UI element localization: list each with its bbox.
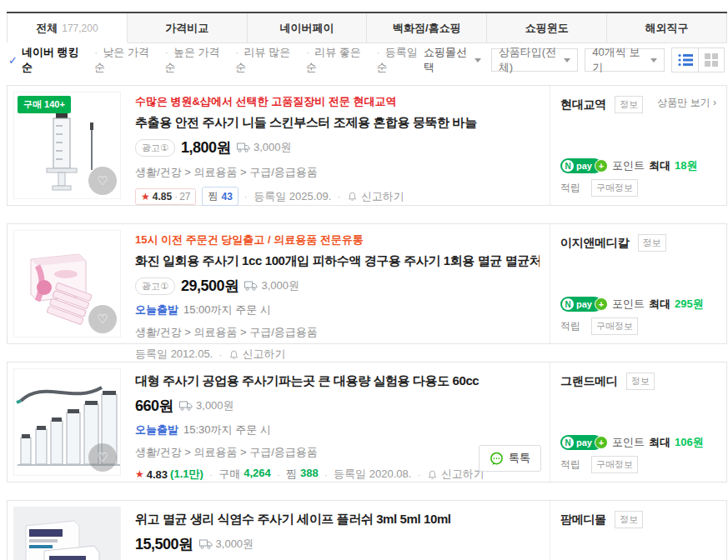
bell-icon [427, 469, 438, 480]
per-page-select[interactable]: 40개씩 보기 [585, 48, 665, 72]
npay-plus-icon: + [595, 436, 608, 449]
seller-name[interactable]: 이지앤메디칼 [560, 236, 629, 249]
npay-plus-icon: + [595, 298, 608, 311]
chevron-down-icon [474, 58, 481, 62]
wish-count: 찜 388 [286, 467, 319, 482]
grid-view-button[interactable] [698, 48, 724, 72]
wish-badge[interactable]: 찜 43 [202, 187, 238, 206]
truck-icon [199, 539, 213, 549]
benefit-block: N pay + 포인트 최대 18원 적립 구매정보 [560, 158, 716, 197]
tab-label: 해외직구 [645, 21, 689, 36]
price-row: 15,500원 3,000원 [135, 534, 540, 554]
save-row: 적립 구매정보 [560, 318, 716, 335]
product-image-4[interactable]: ♡ [13, 507, 121, 560]
heart-icon: ♡ [97, 312, 108, 327]
star-icon: ★ [141, 191, 150, 202]
registration-date: 등록일 2025.09. [254, 189, 331, 204]
reg-date-value: 2020.08. [369, 468, 412, 480]
category-tabbar: 전체 177,200 가격비교 네이버페이 백화점/홈쇼핑 쇼핑윈도 해외직구 [7, 12, 727, 43]
seller-name[interactable]: 현대교역 [560, 98, 606, 111]
npay-n: N [562, 160, 574, 172]
tab-naver-pay[interactable]: 네이버페이 [248, 13, 368, 43]
sort-naver-ranking[interactable]: 네이버 랭킹순 [22, 45, 83, 75]
product-title[interactable]: 대형 주사기 공업용 주사기파는곳 큰 대용량 실험용 다용도 60cc [135, 373, 540, 389]
price: 660원 [135, 396, 173, 416]
tab-department-store[interactable]: 백화점/홈쇼핑 [367, 13, 487, 43]
tab-label: 네이버페이 [280, 21, 334, 36]
talk-button[interactable]: 톡톡 [479, 445, 541, 472]
product-title[interactable]: 위고 멸균 생리 식염수 주사기 세이프 플러쉬 3ml 5ml 10ml [135, 512, 540, 528]
sort-options: ✓ 네이버 랭킹순 낮은 가격순 높은 가격순 리뷰 많은순 리뷰 좋은순 등록… [8, 45, 424, 75]
product-type-select[interactable]: 상품타입(전체) [491, 48, 579, 72]
wishlist-button[interactable]: ♡ [88, 167, 117, 195]
report-link[interactable]: 신고하기 [427, 467, 484, 482]
benefit-block: N pay + 포인트 최대 106원 적립 구매정보 [560, 435, 716, 473]
save-row: 적립 구매정보 [560, 456, 716, 473]
products-only-link[interactable]: 상품만 보기 › [657, 96, 716, 110]
seller-info-button[interactable]: 정보 [615, 96, 643, 113]
purchase-info-button[interactable]: 구매정보 [591, 318, 638, 335]
separator [244, 190, 248, 202]
sort-review-count[interactable]: 리뷰 많은순 [235, 45, 295, 75]
purchase-count: 구매 4,264 [218, 467, 271, 482]
shipping-fee-value: 3,000원 [261, 278, 299, 293]
separator [324, 468, 328, 481]
seller-name[interactable]: 팜메디몰 [560, 512, 606, 526]
rating-value: 4.83 [147, 468, 168, 481]
point-max-label: 최대 [649, 297, 670, 312]
product-title[interactable]: 추출용 안전 주사기 니들 스킨부스터 조제용 혼합용 뭉뚝한 바늘 [135, 115, 540, 131]
talk-chat-icon [490, 452, 504, 466]
tab-overseas[interactable]: 해외직구 [607, 13, 727, 43]
seller-name[interactable]: 그랜드메디 [560, 374, 618, 388]
heart-icon: ♡ [97, 173, 108, 188]
point-max-label: 최대 [649, 158, 670, 173]
rating[interactable]: ★ 4.83 (1.1만) [135, 467, 203, 482]
grid-view-icon [705, 53, 718, 67]
price-row: 광고① 29,500원 3,000원 [135, 276, 540, 296]
mall-select-dropdown[interactable]: 쇼핑몰선택 [424, 45, 481, 75]
promo-text[interactable]: 15시 이전 주문건 당일출고 / 의료용품 전문유통 [135, 232, 540, 248]
tab-all[interactable]: 전체 177,200 [7, 13, 128, 43]
seller-info-button[interactable]: 정보 [615, 511, 643, 528]
wishlist-button[interactable]: ♡ [88, 305, 117, 333]
seller-info-button[interactable]: 정보 [638, 234, 666, 252]
product-image-1[interactable]: 구매 140+ ♡ [13, 92, 121, 199]
sort-price-asc[interactable]: 낮은 가격순 [94, 45, 154, 75]
product-image-2[interactable]: ♡ [13, 230, 121, 338]
today-ship-label: 오늘출발 [135, 303, 178, 316]
tab-shopping-window[interactable]: 쇼핑윈도 [487, 13, 607, 43]
category-breadcrumb[interactable]: 생활/건강 > 의료용품 > 구급/응급용품 [135, 165, 540, 180]
shipping-fee-value: 3,000원 [216, 537, 254, 552]
seller-info-button[interactable]: 정보 [626, 372, 655, 390]
report-link[interactable]: 신고하기 [228, 347, 286, 362]
chevron-down-icon [650, 58, 657, 62]
shipping-fee-value: 3,000원 [254, 140, 292, 155]
product-title[interactable]: 화진 일회용 주사기 1cc 100개입 피하수액 경구용 주사기 1회용 멸균… [135, 253, 540, 269]
save-label: 적립 [560, 458, 580, 472]
product-image-3[interactable]: ♡ [13, 368, 121, 476]
sort-review-rating[interactable]: 리뷰 좋은순 [306, 45, 366, 75]
rating-badge[interactable]: ★ 4.85 27 [135, 188, 196, 205]
promo-text[interactable]: 수많은 병원&샵에서 선택한 고품질장비 전문 현대교역 [135, 94, 540, 109]
ad-badge: 광고① [135, 278, 175, 295]
report-link[interactable]: 신고하기 [347, 189, 404, 204]
price-row: 660원 3,000원 [135, 396, 540, 416]
tab-price-compare[interactable]: 가격비교 [128, 13, 248, 43]
seller-row: 이지앤메디칼 정보 [560, 234, 716, 252]
purchase-info-button[interactable]: 구매정보 [591, 456, 638, 473]
purchase-info-button[interactable]: 구매정보 [591, 179, 638, 197]
product-info-2: 15시 이전 주문건 당일출고 / 의료용품 전문유통 화진 일회용 주사기 1… [127, 224, 550, 343]
list-view-button[interactable] [672, 48, 698, 72]
meta-row: 등록일 2012.05. 신고하기 [135, 347, 540, 362]
registration-date: 등록일 2012.05. [135, 347, 213, 362]
seller-row: 팜메디몰 정보 [560, 511, 716, 528]
product-list: 구매 140+ ♡ 수많은 병원&샵에서 선택한 고품질장비 전문 현대교역 추… [7, 85, 727, 560]
category-breadcrumb[interactable]: 생활/건강 > 의료용품 > 구급/응급용품 [135, 325, 540, 340]
result-count: 177,200 [62, 22, 98, 34]
meta-row: ★ 4.85 27 찜 43 등록일 2025.09. [135, 187, 540, 206]
ad-badge: 광고① [135, 139, 175, 157]
sort-price-desc[interactable]: 높은 가격순 [165, 45, 225, 75]
wishlist-button[interactable]: ♡ [88, 443, 117, 472]
sort-reg-date[interactable]: 등록일순 [376, 45, 424, 75]
shipping-fee-value: 3,000원 [196, 398, 234, 413]
